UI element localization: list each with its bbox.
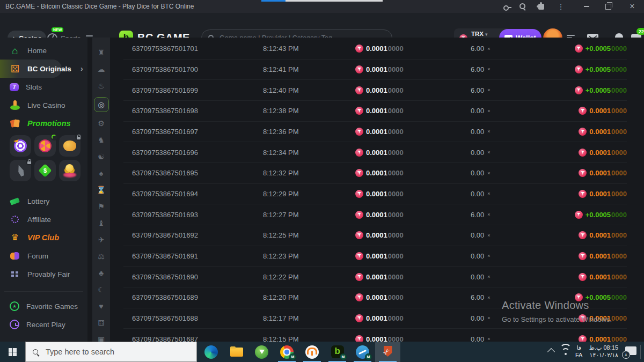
file-explorer-icon — [230, 345, 244, 359]
notification-icon[interactable]: ۸ — [625, 346, 636, 355]
rail-game-16-icon[interactable]: ♥ — [96, 301, 107, 312]
sidebar-item-slots[interactable]: Slots — [0, 78, 87, 96]
taskbar-apps: MMM — [199, 342, 400, 362]
trx-coin-icon — [355, 45, 363, 53]
wifi-icon[interactable] — [560, 347, 571, 356]
table-row[interactable]: 63709753867501695 8:12:32 PM 0.00010000 … — [123, 162, 627, 183]
bet-time: 8:12:22 PM — [263, 267, 299, 287]
promo-tile-rocket[interactable] — [10, 160, 31, 181]
restore-button[interactable] — [601, 0, 615, 13]
sidebar-item-lottery[interactable]: Lottery — [0, 192, 87, 210]
table-row[interactable]: 63709753867501696 8:12:34 PM 0.00010000 … — [123, 142, 627, 162]
trx-coin-icon — [355, 252, 363, 260]
browser-menu-icon[interactable]: ⋮ — [554, 0, 568, 13]
sidebar-item-label: Provably Fair — [27, 270, 70, 278]
sidebar-item-home[interactable]: Home — [0, 41, 87, 60]
table-row[interactable]: 63709753867501700 8:12:41 PM 0.00010000 … — [123, 59, 627, 80]
rail-game-18-icon[interactable]: ▣ — [96, 334, 107, 342]
taskbar-search-input[interactable] — [45, 347, 190, 357]
rail-game-10-icon[interactable]: ⚑ — [96, 201, 107, 212]
sidebar-item-label: Affiliate — [27, 216, 51, 224]
rail-game-5-icon[interactable]: ⚙ — [96, 118, 107, 129]
taskbar-app-bcgame[interactable]: M — [325, 342, 350, 362]
taskbar-app-edge[interactable] — [199, 342, 224, 362]
rail-game-17-icon[interactable]: ⚃ — [96, 317, 107, 328]
tray-chevron-icon[interactable] — [547, 348, 555, 356]
sidebar-item-bc-originals[interactable]: BC Originals › — [0, 60, 62, 78]
table-row[interactable]: 63709753867501697 8:12:36 PM 0.00010000 … — [123, 121, 627, 142]
promo-tile-piggy[interactable] — [59, 135, 80, 157]
rail-game-3-icon[interactable]: ♨ — [96, 80, 107, 91]
bet-id: 63709753867501691 — [132, 246, 198, 267]
sidebar-item-live-casino[interactable]: Live Casino — [0, 96, 87, 114]
rail-game-13-icon[interactable]: ⚖ — [96, 251, 107, 262]
trx-coin-icon — [579, 169, 587, 177]
sidebar-item-affiliate[interactable]: Affiliate — [0, 210, 87, 228]
table-row[interactable]: 63709753867501691 8:12:23 PM 0.00010000 … — [123, 246, 627, 267]
language-indicator[interactable]: فا FA — [575, 344, 582, 359]
password-key-icon[interactable] — [500, 0, 514, 13]
find-icon[interactable] — [516, 0, 530, 13]
table-row[interactable]: 63709753867501689 8:12:20 PM 0.00010000 … — [123, 287, 627, 308]
table-row[interactable]: 63709753867501699 8:12:40 PM 0.00010000 … — [123, 79, 627, 100]
taskbar-search[interactable] — [25, 342, 197, 362]
close-button[interactable]: × — [625, 0, 639, 13]
rail-game-2-icon[interactable]: ☁ — [96, 64, 107, 75]
bet-payout: 0.00010000 — [579, 163, 627, 183]
table-row[interactable]: 63709753867501692 8:12:25 PM 0.00010000 … — [123, 225, 627, 246]
rail-game-15-icon[interactable]: ☾ — [96, 284, 107, 295]
table-row[interactable]: 63709753867501690 8:12:22 PM 0.00010000 … — [123, 266, 627, 287]
sidebar-item-label: Forum — [27, 252, 48, 260]
table-row[interactable]: 63709753867501688 8:12:17 PM 0.00010000 … — [123, 308, 627, 329]
taskbar-app-snip[interactable] — [375, 342, 400, 362]
bet-id: 63709753867501688 — [132, 308, 198, 329]
taskbar-app-idm[interactable] — [249, 342, 274, 362]
bet-amount: 0.00010000 — [355, 204, 404, 225]
sidebar-item-provably-fair[interactable]: Provably Fair — [0, 265, 87, 283]
sidebar-item-favorite-games[interactable]: Favorite Games — [0, 297, 87, 315]
rail-game-12-icon[interactable]: ✈ — [96, 234, 107, 245]
bet-amount: 0.00010000 — [355, 60, 404, 80]
taskbar-app-openvpn[interactable] — [299, 342, 325, 362]
table-row[interactable]: 63709753867501694 8:12:29 PM 0.00010000 … — [123, 183, 627, 204]
promo-tile-coupon[interactable] — [34, 160, 56, 181]
sidebar-item-vip-club[interactable]: VIP Club — [0, 228, 87, 247]
trx-coin-icon — [355, 149, 363, 157]
promo-tile-daily[interactable] — [10, 135, 31, 157]
rail-game-7-icon[interactable]: ☯ — [96, 151, 107, 162]
rail-game-14-icon[interactable]: ♣ — [96, 268, 107, 278]
rail-game-8-icon[interactable]: ♠ — [96, 168, 107, 179]
promo-tile-spin[interactable] — [34, 135, 56, 157]
taskbar-app-chrome[interactable]: M — [274, 342, 299, 362]
bet-id: 63709753867501698 — [132, 101, 198, 121]
minimize-button[interactable] — [580, 0, 594, 13]
table-row[interactable]: 63709753867501693 8:12:27 PM 0.00010000 … — [123, 204, 627, 225]
extensions-icon[interactable] — [534, 0, 548, 13]
taskbar-app-file-explorer[interactable] — [224, 342, 249, 362]
rail-game-11-icon[interactable]: ♝ — [96, 218, 107, 228]
sidebar-item-recent-play[interactable]: Recent Play — [0, 315, 87, 334]
coupon-icon — [34, 160, 56, 181]
sidebar-item-promotions[interactable]: Promotions — [0, 114, 87, 132]
sidebar-item-forum[interactable]: Forum — [0, 247, 87, 265]
rail-game-6-icon[interactable]: ♞ — [96, 135, 107, 145]
sidebar-item-label: Live Casino — [27, 101, 65, 109]
bet-time: 8:12:20 PM — [263, 287, 299, 308]
promo-tile-rewards[interactable] — [59, 160, 80, 181]
bet-amount: 0.00010000 — [355, 225, 404, 246]
tray-clock[interactable]: 08:15 ب.ظ ۱۴۰۱/۰۲/۱۸ — [589, 344, 618, 359]
taskbar-app-telegram[interactable]: M — [350, 342, 375, 362]
start-button[interactable] — [0, 342, 25, 362]
rail-game-9-icon[interactable]: ⌛ — [96, 184, 107, 195]
sidebar-nav-top: Home BC Originals › Slots Live Casino Pr… — [0, 41, 87, 132]
table-row[interactable]: 63709753867501687 8:12:15 PM 0.00010000 … — [123, 328, 627, 342]
rail-game-1-icon[interactable]: ♜ — [96, 47, 107, 58]
trx-coin-icon — [355, 65, 363, 73]
bet-payout: +0.00050000 — [575, 287, 627, 308]
bet-time: 8:12:38 PM — [263, 101, 299, 121]
bet-time: 8:12:15 PM — [263, 329, 299, 342]
table-row[interactable]: 63709753867501701 8:12:43 PM 0.00010000 … — [123, 39, 627, 59]
table-row[interactable]: 63709753867501698 8:12:38 PM 0.00010000 … — [123, 100, 627, 121]
bet-time: 8:12:32 PM — [263, 163, 299, 183]
rail-game-classic-dice-icon[interactable]: ◎ — [94, 97, 109, 112]
